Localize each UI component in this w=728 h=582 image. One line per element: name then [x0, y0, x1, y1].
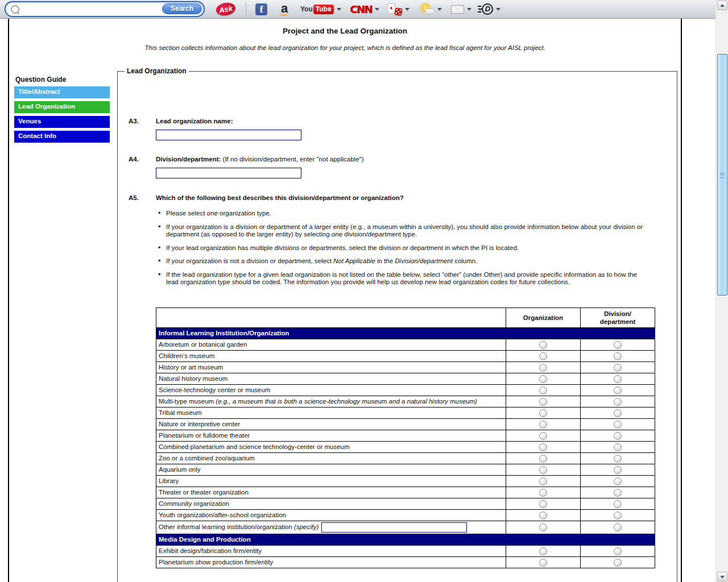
youtube-menu[interactable]: YouTube [300, 5, 341, 14]
radio-organization[interactable] [539, 500, 547, 508]
radio-division[interactable] [614, 455, 622, 463]
radio-division[interactable] [614, 466, 622, 474]
vertical-scrollbar[interactable] [715, 0, 728, 582]
radio-cell-organization [506, 408, 581, 419]
sidebar-item-contact-info[interactable]: Contact Info [14, 131, 110, 143]
radio-cell-division [581, 351, 655, 362]
row-label: Theater or theater organization [156, 487, 506, 498]
radio-division[interactable] [614, 477, 622, 485]
radio-division[interactable] [614, 364, 622, 372]
radio-division[interactable] [614, 559, 622, 567]
radio-organization[interactable] [539, 375, 547, 383]
radio-division[interactable] [614, 443, 622, 451]
radio-division[interactable] [614, 398, 622, 406]
radio-organization[interactable] [539, 443, 547, 451]
row-label: Zoo or a combined zoo/aquarium [156, 453, 506, 464]
row-label: History or art museum [156, 362, 506, 373]
facebook-icon[interactable]: f [255, 3, 267, 15]
radio-organization[interactable] [539, 559, 547, 567]
radio-division[interactable] [614, 375, 622, 383]
radio-organization[interactable] [539, 398, 547, 406]
question-guide-heading: Question Guide [15, 76, 110, 84]
radio-organization[interactable] [539, 466, 547, 474]
radio-division[interactable] [614, 500, 622, 508]
scroll-up-button[interactable] [717, 1, 727, 10]
radio-organization[interactable] [539, 477, 547, 485]
chevron-down-icon[interactable] [467, 8, 471, 11]
chevron-down-icon[interactable] [337, 8, 341, 11]
radio-organization[interactable] [539, 364, 547, 372]
radio-organization[interactable] [539, 489, 547, 497]
table-row: Nature or interpretive center [156, 419, 655, 430]
radio-organization[interactable] [539, 512, 547, 519]
scroll-down-button[interactable] [717, 572, 727, 581]
radio-organization[interactable] [539, 421, 547, 429]
cnn-logo: CNN [350, 3, 373, 15]
table-row: Tribal museum [156, 408, 655, 419]
radio-cell-organization [506, 442, 581, 453]
chevron-down-icon[interactable] [405, 8, 410, 11]
radio-cell-organization [506, 430, 581, 442]
other-specify-input[interactable] [321, 522, 467, 533]
bullet-item: If your organization is a division or de… [158, 223, 650, 239]
radio-division[interactable] [614, 523, 622, 531]
cards-dice-icon: ♦ [387, 3, 402, 15]
radio-organization[interactable] [539, 341, 547, 349]
sidebar-item-title-abstract[interactable]: Title/Abstract [14, 86, 110, 98]
amazon-icon[interactable]: a [278, 2, 291, 16]
bullet-item: Please select one organization type. [158, 210, 650, 218]
radio-division[interactable] [614, 489, 622, 497]
weather-menu[interactable] [410, 3, 442, 15]
radio-cell-organization [506, 419, 581, 430]
radio-division[interactable] [614, 341, 622, 349]
radio-organization[interactable] [539, 352, 547, 360]
chevron-down-icon[interactable] [375, 8, 379, 11]
scrollbar-thumb[interactable] [717, 54, 727, 296]
radio-organization[interactable] [539, 455, 547, 463]
radio-division[interactable] [614, 421, 622, 429]
radio-division[interactable] [614, 547, 622, 555]
radio-cell-organization [506, 487, 581, 498]
search-button[interactable]: Search [162, 3, 202, 14]
header-blank-cell [156, 308, 506, 328]
radio-division[interactable] [614, 512, 622, 519]
games-menu[interactable]: ♦ [379, 3, 410, 15]
chevron-down-icon[interactable] [437, 8, 442, 11]
ask-logo-icon[interactable]: Ask [215, 1, 236, 17]
sidebar-item-lead-organization[interactable]: Lead Organization [14, 101, 110, 113]
question-guide: Question Guide Title/AbstractLead Organi… [14, 76, 110, 146]
radio-cell-organization [506, 362, 581, 373]
row-label: Aquarium only [156, 464, 506, 476]
radio-cell-organization [506, 546, 581, 557]
radio-cell-organization [506, 373, 581, 385]
radio-division[interactable] [614, 409, 622, 417]
search-box[interactable]: Search [5, 1, 205, 17]
page-frame: Project and the Lead Organization This s… [8, 19, 682, 582]
radio-cell-division [581, 498, 655, 510]
table-section-row: Informal Learning Institution/Organizati… [156, 328, 655, 339]
radio-cell-organization [506, 557, 581, 568]
radio-division[interactable] [614, 386, 622, 394]
row-label: Community organization [156, 498, 506, 510]
radio-organization[interactable] [539, 432, 547, 440]
radio-cell-division [581, 476, 655, 487]
radio-organization[interactable] [539, 409, 547, 417]
division-department-input[interactable] [156, 168, 301, 178]
table-row: Science-technology center or museum [156, 385, 655, 396]
chevron-down-icon[interactable] [496, 8, 500, 11]
lead-org-name-input[interactable] [156, 130, 301, 140]
radio-division[interactable] [614, 432, 622, 440]
radio-organization[interactable] [539, 547, 547, 555]
table-section-row: Media Design and Production [156, 534, 655, 546]
radio-cell-organization [506, 339, 581, 351]
radio-division[interactable] [614, 352, 622, 360]
radio-cell-organization [506, 453, 581, 464]
cnn-menu[interactable]: CNN [341, 3, 380, 15]
d-logo-menu[interactable]: D [471, 3, 500, 15]
sidebar-item-venues[interactable]: Venues [14, 116, 110, 128]
page-title: Project and the Lead Organization [9, 27, 681, 35]
row-label: Combined planetarium and science technol… [156, 442, 506, 453]
radio-organization[interactable] [539, 386, 547, 394]
radio-organization[interactable] [539, 523, 547, 531]
mail-menu[interactable] [442, 5, 471, 14]
